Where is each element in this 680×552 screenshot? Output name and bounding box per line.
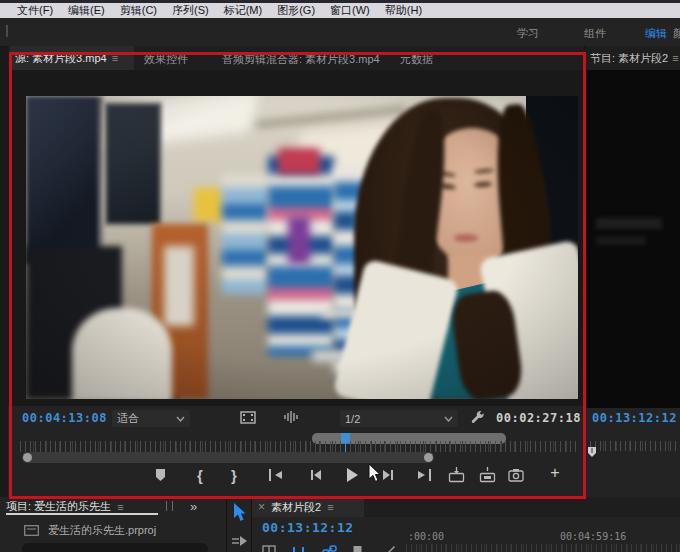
workspace-bar: 学习 组件 编辑 颜 bbox=[0, 18, 680, 47]
source-zoom-level-value: 适合 bbox=[117, 411, 139, 426]
menu-item-sequence[interactable]: 序列(S) bbox=[172, 3, 209, 18]
mark-in-icon[interactable]: { bbox=[190, 466, 210, 484]
horizontal-scrollbar[interactable] bbox=[22, 452, 434, 463]
chevron-down-icon bbox=[176, 416, 185, 422]
source-playhead-line bbox=[345, 443, 346, 452]
menu-item-graphics[interactable]: 图形(G) bbox=[277, 3, 315, 18]
step-back-icon[interactable] bbox=[306, 466, 326, 484]
tab-program-label: 节目: 素材片段2 bbox=[590, 51, 668, 66]
panel-menu-icon[interactable]: ≡ bbox=[117, 501, 123, 513]
project-item-row[interactable]: 爱生活的乐先生.prproj bbox=[24, 523, 156, 538]
playback-resolution-value: 1/2 bbox=[345, 413, 360, 425]
timeline-current-timecode[interactable]: 00:13:12:12 bbox=[262, 520, 354, 535]
tab-sequence[interactable]: × 素材片段2 ≡ bbox=[252, 497, 364, 517]
export-frame-camera-icon[interactable] bbox=[506, 466, 526, 484]
video-scene bbox=[26, 96, 578, 399]
timeline-add-marker-icon[interactable] bbox=[352, 545, 363, 552]
drag-audio-icon[interactable] bbox=[283, 410, 299, 424]
playback-resolution-select[interactable]: 1/2 bbox=[340, 410, 458, 427]
workspace-tab-color-clipped[interactable]: 颜 bbox=[673, 26, 680, 41]
program-faint-content bbox=[596, 236, 646, 245]
program-monitor-viewport[interactable] bbox=[586, 70, 680, 408]
play-icon[interactable] bbox=[342, 466, 362, 484]
add-marker-icon[interactable] bbox=[150, 466, 170, 484]
project-file-icon bbox=[24, 525, 39, 536]
premiere-app-window: 文件(F) 编辑(E) 剪辑(C) 序列(S) 标记(M) 图形(G) 窗口(W… bbox=[0, 0, 680, 552]
source-duration-timecode: 00:02:27:18 bbox=[496, 411, 581, 425]
tab-sequence-label: 素材片段2 bbox=[271, 500, 321, 515]
menu-item-file[interactable]: 文件(F) bbox=[17, 3, 53, 18]
source-playhead[interactable] bbox=[341, 433, 350, 443]
insert-icon[interactable] bbox=[446, 466, 466, 484]
tab-project-label: 项目: 爱生活的乐先生 bbox=[6, 499, 111, 514]
tab-source-clip-label: 源: 素材片段3.mp4 bbox=[15, 51, 107, 66]
drag-video-icon[interactable] bbox=[240, 411, 256, 424]
track-select-forward-tool-icon[interactable] bbox=[231, 535, 248, 549]
source-time-ruler[interactable] bbox=[20, 441, 576, 452]
project-item-name: 爱生活的乐先生.prproj bbox=[48, 523, 156, 538]
timeline-settings-icon[interactable] bbox=[382, 545, 396, 552]
button-editor-plus[interactable]: + bbox=[545, 464, 565, 482]
source-monitor-video[interactable] bbox=[26, 96, 578, 399]
nest-sequence-icon[interactable] bbox=[262, 545, 276, 552]
tab-program[interactable]: 节目: 素材片段2 ≡ bbox=[586, 46, 680, 70]
linked-selection-icon[interactable] bbox=[322, 545, 337, 552]
timeline-ruler-label-start: :00:00 bbox=[408, 531, 444, 542]
mark-out-icon[interactable]: } bbox=[224, 466, 244, 484]
tab-project[interactable]: 项目: 爱生活的乐先生 ≡ bbox=[6, 499, 124, 514]
project-filter-field[interactable] bbox=[22, 543, 208, 552]
menu-item-clip[interactable]: 剪辑(C) bbox=[120, 3, 157, 18]
go-to-out-icon[interactable] bbox=[414, 466, 434, 484]
menu-item-edit[interactable]: 编辑(E) bbox=[68, 3, 105, 18]
menu-item-markers[interactable]: 标记(M) bbox=[224, 3, 263, 18]
panel-menu-icon[interactable]: ≡ bbox=[672, 52, 678, 64]
timeline-ruler-label-end: 00:04:59:16 bbox=[560, 531, 626, 542]
menu-item-window[interactable]: 窗口(W) bbox=[330, 3, 370, 18]
go-to-in-icon[interactable] bbox=[266, 466, 286, 484]
mouse-cursor bbox=[368, 463, 382, 483]
scrollbar-right-handle[interactable] bbox=[424, 453, 433, 462]
menu-bar: 文件(F) 编辑(E) 剪辑(C) 序列(S) 标记(M) 图形(G) 窗口(W… bbox=[0, 0, 680, 18]
workspace-tab-editing[interactable]: 编辑 bbox=[645, 26, 667, 41]
hidden-tab-sliver[interactable] bbox=[166, 501, 173, 511]
chevron-down-icon bbox=[444, 416, 453, 422]
snap-magnet-icon[interactable] bbox=[292, 545, 305, 552]
home-icon[interactable] bbox=[6, 25, 16, 37]
program-current-timecode[interactable]: 00:13:12:12 bbox=[592, 411, 677, 425]
panel-menu-icon[interactable]: ≡ bbox=[327, 501, 333, 513]
workspace-tab-assembly[interactable]: 组件 bbox=[584, 26, 606, 41]
selection-tool-icon[interactable] bbox=[233, 503, 247, 522]
scrollbar-left-handle[interactable] bbox=[23, 453, 32, 462]
overwrite-icon[interactable] bbox=[477, 466, 497, 484]
active-tab-underline bbox=[6, 513, 158, 515]
tab-effect-controls[interactable]: 效果控件 bbox=[144, 52, 188, 67]
settings-wrench-icon[interactable] bbox=[470, 410, 485, 425]
tab-audio-clip-mixer[interactable]: 音频剪辑混合器: 素材片段3.mp4 bbox=[222, 52, 380, 67]
workspace-tab-learning[interactable]: 学习 bbox=[517, 26, 539, 41]
source-current-timecode[interactable]: 00:04:13:08 bbox=[22, 411, 107, 425]
tab-metadata[interactable]: 元数据 bbox=[400, 52, 433, 67]
scene-vignette bbox=[26, 96, 578, 399]
timeline-ruler[interactable] bbox=[406, 544, 680, 552]
program-time-ruler[interactable] bbox=[590, 441, 680, 451]
close-icon[interactable]: × bbox=[258, 500, 265, 514]
program-faint-content bbox=[596, 218, 662, 229]
tab-source-clip[interactable]: 源: 素材片段3.mp4 ≡ bbox=[10, 46, 134, 70]
menu-item-help[interactable]: 帮助(H) bbox=[385, 3, 422, 18]
program-playhead-grabber[interactable] bbox=[586, 446, 598, 458]
tools-panel bbox=[226, 497, 252, 552]
panel-menu-icon[interactable]: ≡ bbox=[112, 52, 118, 64]
panel-overflow-icon[interactable]: » bbox=[190, 499, 197, 514]
source-zoom-level-select[interactable]: 适合 bbox=[112, 410, 190, 427]
